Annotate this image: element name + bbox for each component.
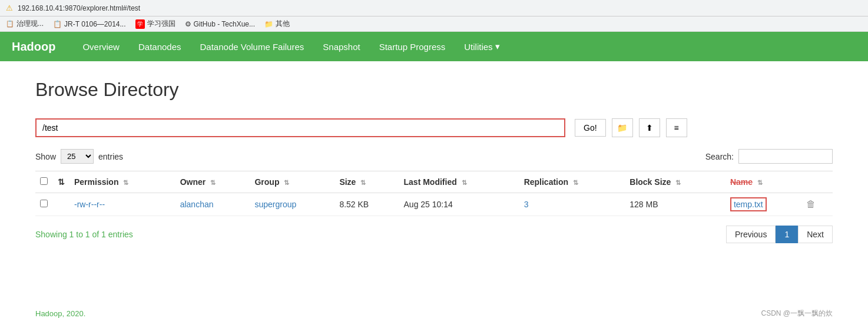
row-block-size: 128 MB <box>625 193 725 216</box>
row-replication: 3 <box>519 193 625 216</box>
bookmark-icon-1: 📋 <box>6 20 14 28</box>
navbar: Hadoop Overview Datanodes Datanode Volum… <box>0 32 868 61</box>
col-header-replication[interactable]: Replication ⇅ <box>519 171 625 193</box>
file-name-link[interactable]: temp.txt <box>730 197 767 211</box>
row-last-modified: Aug 25 10:14 <box>399 193 519 216</box>
footer-text: Hadoop, 2020. <box>35 309 85 318</box>
nav-datanode-volume-failures[interactable]: Datanode Volume Failures <box>191 32 314 61</box>
bookmark-2[interactable]: 📋 JR-T 0106—2014... <box>53 20 126 28</box>
previous-button[interactable]: Previous <box>726 226 776 243</box>
bookmark-icon-5: 📁 <box>264 20 273 28</box>
nav-links: Overview Datanodes Datanode Volume Failu… <box>73 32 509 61</box>
col-header-owner[interactable]: Owner ⇅ <box>175 171 250 193</box>
bookmark-3[interactable]: 学 学习强国 <box>135 19 175 29</box>
list-icon: ≡ <box>674 123 678 132</box>
nav-overview[interactable]: Overview <box>73 32 129 61</box>
row-size: 8.52 KB <box>334 193 399 216</box>
permission-link[interactable]: -rw-r--r-- <box>74 200 105 209</box>
search-right: Search: <box>705 149 833 164</box>
group-link[interactable]: supergroup <box>254 200 296 209</box>
browser-bar: ⚠ 192.168.10.41:9870/explorer.html#/test <box>0 0 868 16</box>
dropdown-arrow-icon: ▾ <box>495 41 500 52</box>
show-row: Show 10 25 50 100 entries Search: <box>35 149 833 164</box>
col-header-name[interactable]: Name ⇅ <box>725 171 801 193</box>
bookmarks-bar: 📋 治理现... 📋 JR-T 0106—2014... 学 学习强国 ⚙ Gi… <box>0 16 868 32</box>
table-header-row: ⇅ Permission ⇅ Owner ⇅ Group ⇅ Size ⇅ La… <box>35 171 833 193</box>
col-header-size[interactable]: Size ⇅ <box>334 171 399 193</box>
delete-icon[interactable]: 🗑 <box>806 199 816 209</box>
row-group: supergroup <box>250 193 334 216</box>
bookmark-icon-4: ⚙ <box>185 20 191 28</box>
nav-datanodes[interactable]: Datanodes <box>129 32 191 61</box>
search-input[interactable] <box>738 149 833 164</box>
row-permission: -rw-r--r-- <box>69 193 175 216</box>
row-owner: alanchan <box>175 193 250 216</box>
bookmark-icon-3: 学 <box>135 19 145 29</box>
col-header-block-size[interactable]: Block Size ⇅ <box>625 171 725 193</box>
bookmark-4[interactable]: ⚙ GitHub - TechXue... <box>185 20 256 28</box>
browser-url: 192.168.10.41:9870/explorer.html#/test <box>18 4 140 12</box>
block-size-sort-icon: ⇅ <box>675 179 681 186</box>
show-left: Show 10 25 50 100 entries <box>35 149 123 164</box>
folder-icon: 📁 <box>617 123 627 132</box>
group-sort-icon: ⇅ <box>284 179 289 186</box>
list-icon-button[interactable]: ≡ <box>666 118 687 137</box>
go-button[interactable]: Go! <box>575 119 606 137</box>
showing-text: Showing 1 to 1 of 1 entries <box>35 230 133 239</box>
page-title: Browse Directory <box>35 79 833 101</box>
main-content: Browse Directory Go! 📁 ⬆ ≡ Show 10 25 50… <box>0 61 868 297</box>
nav-utilities[interactable]: Utilities ▾ <box>455 32 509 61</box>
next-button[interactable]: Next <box>798 226 833 243</box>
col-header-permission[interactable]: Permission ⇅ <box>69 171 175 193</box>
replication-link[interactable]: 3 <box>524 200 529 209</box>
row-checkbox-cell <box>35 193 53 216</box>
page-1-button[interactable]: 1 <box>776 226 798 243</box>
col-header-group[interactable]: Group ⇅ <box>250 171 334 193</box>
path-input[interactable] <box>35 118 565 137</box>
upload-icon-button[interactable]: ⬆ <box>639 118 660 137</box>
col-header-last-modified[interactable]: Last Modified ⇅ <box>399 171 519 193</box>
col-header-sort-icon: ⇅ <box>53 171 69 193</box>
replication-sort-icon: ⇅ <box>573 179 578 186</box>
bookmark-icon-2: 📋 <box>53 20 62 28</box>
row-name: temp.txt <box>725 193 801 216</box>
entries-label: entries <box>98 152 123 161</box>
size-sort-icon: ⇅ <box>360 179 366 186</box>
row-action: 🗑 <box>801 193 833 216</box>
sort-all-icon: ⇅ <box>58 177 65 187</box>
folder-icon-button[interactable]: 📁 <box>612 118 633 137</box>
security-warning-icon: ⚠ <box>6 4 13 12</box>
name-sort-icon: ⇅ <box>757 179 763 186</box>
upload-icon: ⬆ <box>646 123 653 132</box>
table-row: -rw-r--r-- alanchan supergroup 8.52 KB A… <box>35 193 833 216</box>
nav-snapshot[interactable]: Snapshot <box>313 32 369 61</box>
pagination-buttons: Previous 1 Next <box>726 226 833 243</box>
bookmark-5[interactable]: 📁 其他 <box>264 19 290 29</box>
bookmark-1[interactable]: 📋 治理现... <box>6 19 44 29</box>
show-label: Show <box>35 152 56 161</box>
select-all-checkbox[interactable] <box>40 177 48 185</box>
col-header-action <box>801 171 833 193</box>
footer: Hadoop, 2020. CSDN @一飘一飘的炊 <box>0 297 868 318</box>
directory-table: ⇅ Permission ⇅ Owner ⇅ Group ⇅ Size ⇅ La… <box>35 171 833 216</box>
nav-startup-progress[interactable]: Startup Progress <box>370 32 455 61</box>
footer-watermark: CSDN @一飘一飘的炊 <box>761 309 833 318</box>
search-label: Search: <box>705 152 734 161</box>
dir-input-container <box>35 118 565 137</box>
row-sort-cell <box>53 193 69 216</box>
last-modified-sort-icon: ⇅ <box>462 179 467 186</box>
owner-sort-icon: ⇅ <box>210 179 216 186</box>
permission-sort-icon: ⇅ <box>123 179 128 186</box>
pagination-row: Showing 1 to 1 of 1 entries Previous 1 N… <box>35 226 833 243</box>
col-header-checkbox <box>35 171 53 193</box>
row-checkbox[interactable] <box>40 200 48 207</box>
owner-link[interactable]: alanchan <box>180 200 214 209</box>
entries-select[interactable]: 10 25 50 100 <box>61 149 94 164</box>
navbar-brand: Hadoop <box>12 40 55 54</box>
dir-controls: Go! 📁 ⬆ ≡ <box>35 118 833 137</box>
